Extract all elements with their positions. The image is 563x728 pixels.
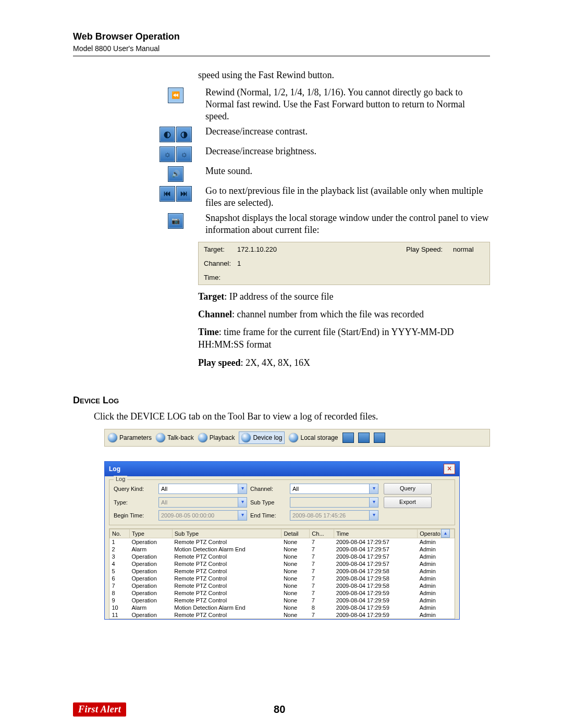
export-button[interactable]: Export: [384, 497, 432, 508]
tool-sq-1-icon[interactable]: [342, 433, 354, 443]
snap-channel-label: Channel:: [204, 260, 232, 267]
log-window-titlebar: Log ×: [105, 462, 459, 476]
cell-op: Admin: [418, 589, 455, 597]
cell-op: Admin: [418, 611, 455, 619]
col-subtype[interactable]: Sub Type: [172, 529, 282, 538]
footer: First Alert 80: [73, 702, 490, 717]
brightness-desc: Decrease/increase brightness.: [202, 145, 316, 157]
table-row[interactable]: 2AlarmMotion Detection Alarm EndNone7200…: [110, 546, 455, 553]
tab-localstorage-label: Local storage: [300, 434, 338, 441]
tool-sq-3-icon[interactable]: [374, 433, 385, 443]
tab-talkback[interactable]: Talk-back: [156, 433, 194, 442]
cell-detail: None: [282, 567, 310, 575]
snap-playspeed-value: normal: [453, 245, 479, 253]
cell-type: Operation: [129, 560, 172, 567]
table-row[interactable]: 1OperationRemote PTZ ControlNone72009-08…: [110, 538, 455, 546]
query-button[interactable]: Query: [384, 483, 432, 495]
log-window: Log × Log Query Kind: All▾ Channel: All▾…: [104, 461, 460, 620]
contrast-down-icon: [160, 127, 175, 142]
cell-time: 2009-08-04 17:29:58: [334, 567, 418, 575]
close-button[interactable]: ×: [444, 464, 455, 474]
cell-detail: None: [282, 538, 310, 546]
combo-query-kind-value: All: [161, 486, 167, 492]
cell-ch: 7: [310, 582, 334, 589]
tab-parameters-label: Parameters: [119, 434, 152, 441]
log-table-wrap: No. Type Sub Type Detail Ch... Time Oper…: [109, 528, 455, 619]
mute-desc: Mute sound.: [202, 165, 252, 177]
cell-op: Admin: [418, 597, 455, 604]
table-row[interactable]: 8OperationRemote PTZ ControlNone72009-08…: [110, 589, 455, 597]
table-row[interactable]: 5OperationRemote PTZ ControlNone72009-08…: [110, 567, 455, 575]
cell-time: 2009-08-04 17:29:59: [334, 604, 418, 611]
snapshot-icon: [168, 213, 183, 229]
tab-playback[interactable]: Playback: [198, 433, 235, 442]
tool-sq-2-icon[interactable]: [358, 433, 370, 443]
cell-detail: None: [282, 546, 310, 553]
scroll-up-button[interactable]: ▴: [441, 529, 450, 538]
cell-op: Admin: [418, 538, 455, 546]
tab-localstorage[interactable]: Local storage: [289, 433, 338, 442]
def-channel-t: : channel number from which the file was…: [232, 309, 424, 319]
def-time-b: Time: [198, 327, 219, 337]
cell-ch: 7: [310, 589, 334, 597]
combo-query-kind[interactable]: All▾: [158, 484, 247, 494]
cell-type: Operation: [129, 575, 172, 582]
log-window-title: Log: [109, 465, 120, 473]
prev-file-icon: [160, 186, 175, 202]
table-row[interactable]: 4OperationRemote PTZ ControlNone72009-08…: [110, 560, 455, 567]
snap-time-value: [237, 274, 295, 281]
table-row[interactable]: 3OperationRemote PTZ ControlNone72009-08…: [110, 553, 455, 560]
table-row[interactable]: 6OperationRemote PTZ ControlNone72009-08…: [110, 575, 455, 582]
def-target-t: : IP address of the source file: [224, 291, 333, 302]
cell-no: 7: [110, 582, 130, 589]
table-row[interactable]: 10AlarmMotion Detection Alarm EndNone820…: [110, 604, 455, 611]
combo-endtime[interactable]: 2009-08-05 17:45:26▾: [290, 510, 378, 521]
tab-devicelog[interactable]: Device log: [239, 431, 285, 444]
page-subtitle: Model 8800 User's Manual: [73, 44, 490, 53]
cell-detail: None: [282, 553, 310, 560]
cell-ch: 7: [310, 597, 334, 604]
cell-type: Operation: [129, 538, 172, 546]
cell-ch: 8: [310, 604, 334, 611]
cell-op: Admin: [418, 553, 455, 560]
col-no[interactable]: No.: [110, 529, 130, 538]
cell-ch: 7: [310, 575, 334, 582]
definitions: Target: IP address of the source file Ch…: [198, 290, 490, 369]
label-endtime: End Time:: [250, 512, 287, 519]
combo-channel-value: All: [292, 486, 299, 492]
cell-detail: None: [282, 611, 310, 619]
def-time-t: : time frame for the current file (Start…: [198, 327, 454, 350]
table-row[interactable]: 11OperationRemote PTZ ControlNone72009-0…: [110, 611, 455, 619]
combo-begintime[interactable]: 2009-08-05 00:00:00▾: [158, 510, 247, 521]
cell-time: 2009-08-04 17:29:57: [334, 553, 418, 560]
table-row[interactable]: 7OperationRemote PTZ ControlNone72009-08…: [110, 582, 455, 589]
table-row[interactable]: 9OperationRemote PTZ ControlNone72009-08…: [110, 597, 455, 604]
col-channel[interactable]: Ch...: [310, 529, 334, 538]
col-type[interactable]: Type: [129, 529, 172, 538]
cell-ch: 7: [310, 560, 334, 567]
tab-parameters[interactable]: Parameters: [108, 433, 152, 442]
snapshot-panel: Target: 172.1.10.220 Play Speed: normal …: [198, 242, 490, 285]
cell-time: 2009-08-04 17:29:57: [334, 538, 418, 546]
snap-target-value: 172.1.10.220: [237, 245, 295, 253]
cell-time: 2009-08-04 17:29:58: [334, 575, 418, 582]
col-time[interactable]: Time: [334, 529, 418, 538]
chevron-down-icon: ▾: [238, 511, 247, 520]
label-type: Type:: [114, 499, 155, 505]
chevron-down-icon: ▾: [238, 498, 247, 507]
combo-channel[interactable]: All▾: [290, 484, 378, 494]
page-number: 80: [126, 704, 433, 715]
cell-op: Admin: [418, 546, 455, 553]
combo-subtype[interactable]: ▾: [290, 497, 378, 508]
cell-sub: Remote PTZ Control: [172, 589, 282, 597]
lead-text: speed using the Fast Rewind button.: [198, 69, 490, 81]
snapshot-desc: Snapshot displays the local storage wind…: [202, 212, 490, 236]
parameters-icon: [108, 433, 117, 442]
col-detail[interactable]: Detail: [282, 529, 310, 538]
cell-time: 2009-08-04 17:29:59: [334, 597, 418, 604]
combo-endtime-value: 2009-08-05 17:45:26: [292, 512, 346, 519]
rewind-desc: Rewind (Normal, 1/2, 1/4, 1/8, 1/16). Yo…: [202, 87, 490, 122]
cell-op: Admin: [418, 604, 455, 611]
combo-type[interactable]: All▾: [158, 497, 247, 508]
brightness-down-icon: [160, 146, 175, 162]
